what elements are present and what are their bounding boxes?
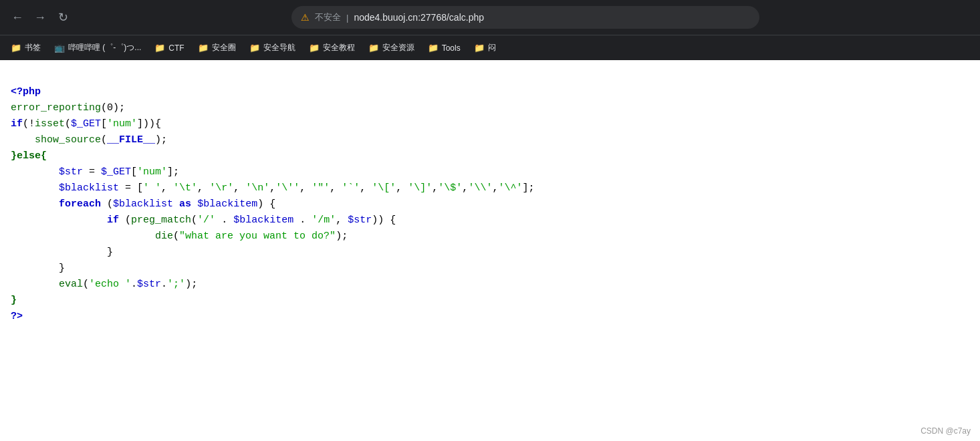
insecure-label: 不安全 [315,11,341,23]
nav-buttons: ← → ↻ [8,8,72,27]
browser-chrome: ← → ↻ ⚠ 不安全 | node4.buuoj.cn:27768/calc.… [0,0,980,35]
security-warning-icon: ⚠ [301,12,310,23]
bookmark-label: 书签 [25,42,41,53]
bookmark-shuqian[interactable]: 📁 书签 [5,39,46,56]
bookmark-more[interactable]: 📁 闷 [469,39,501,56]
bookmark-label: CTF [168,43,184,53]
back-button[interactable]: ← [8,8,27,27]
bookmark-tools[interactable]: 📁 Tools [422,40,466,55]
bookmark-label: 闷 [488,42,496,53]
bookmark-label: 哔哩哔哩 (゜-゜)つ... [68,42,141,53]
bookmark-security-nav[interactable]: 📁 安全导航 [244,39,301,56]
folder-icon: 📁 [154,43,165,53]
bookmark-security-resources[interactable]: 📁 安全资源 [363,39,420,56]
folder-icon: 📁 [198,43,209,53]
bookmark-security-circle[interactable]: 📁 安全圈 [193,39,241,56]
bookmark-security-tutorial[interactable]: 📁 安全教程 [303,39,360,56]
bookmark-label: 安全教程 [323,42,355,53]
folder-icon: 📁 [474,43,485,53]
bookmark-label: 安全导航 [263,42,295,53]
url-text: node4.buuoj.cn:27768/calc.php [354,12,484,23]
folder-icon: 📁 [368,43,379,53]
php-source-code: <?php error_reporting(0); if(!isset($_GE… [0,60,980,333]
refresh-button[interactable]: ↻ [53,8,72,27]
bookmarks-bar: 📁 书签 📺 哔哩哔哩 (゜-゜)つ... 📁 CTF 📁 安全圈 📁 安全导航… [0,35,980,60]
folder-icon: 📁 [309,43,320,53]
bookmark-label: 安全资源 [382,42,414,53]
url-separator: | [346,13,348,23]
csdn-watermark: CSDN @c7ay [921,426,971,436]
forward-button[interactable]: → [31,8,49,27]
bookmark-label: Tools [442,43,461,53]
folder-icon: 📁 [11,43,21,53]
folder-icon: 📁 [249,43,260,53]
folder-icon: 📁 [428,43,439,53]
bilibili-icon: 📺 [54,43,65,53]
bookmark-bilibili[interactable]: 📺 哔哩哔哩 (゜-゜)つ... [49,39,146,56]
bookmark-label: 安全圈 [212,42,236,53]
bookmark-ctf[interactable]: 📁 CTF [149,40,189,55]
address-bar[interactable]: ⚠ 不安全 | node4.buuoj.cn:27768/calc.php [291,6,759,29]
